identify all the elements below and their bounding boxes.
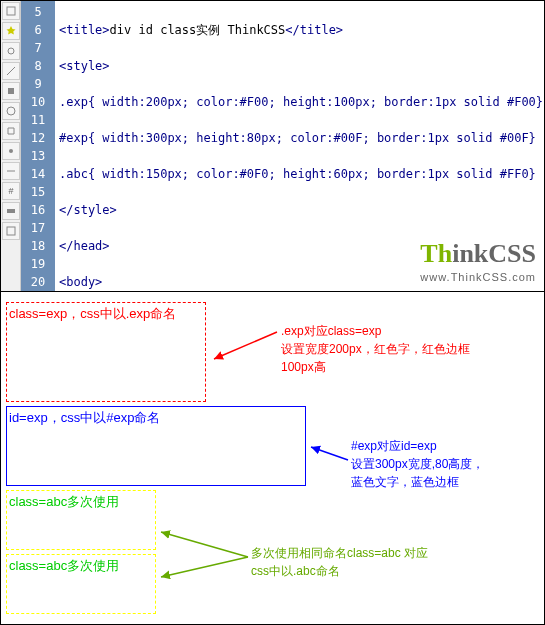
svg-rect-5 xyxy=(7,209,15,213)
arrow-icon xyxy=(306,442,351,472)
tool-icon[interactable] xyxy=(2,142,20,160)
line-number: 13 xyxy=(21,147,55,165)
brand-logo: ThinkCSS www.ThinkCSS.com xyxy=(420,239,536,283)
arrow-icon xyxy=(209,327,279,367)
line-number: 19 xyxy=(21,255,55,273)
line-number: 17 xyxy=(21,219,55,237)
tool-icon[interactable] xyxy=(2,122,20,140)
arrow-icon xyxy=(156,527,251,582)
svg-point-4 xyxy=(9,149,13,153)
gear-icon[interactable] xyxy=(2,42,20,60)
tool-icon[interactable] xyxy=(2,202,20,220)
exp-class-box: class=exp，css中以.exp命名 xyxy=(6,302,206,402)
line-number: 10 xyxy=(21,93,55,111)
line-number: 6 xyxy=(21,21,55,39)
svg-point-3 xyxy=(7,107,15,115)
tool-icon[interactable] xyxy=(2,2,20,20)
svg-line-9 xyxy=(161,557,248,577)
line-number: 12 xyxy=(21,129,55,147)
line-number: 5 xyxy=(21,3,55,21)
svg-line-10 xyxy=(161,532,248,557)
line-number: 16 xyxy=(21,201,55,219)
code-editor-panel: # 5 6 7 8 9 10 11 12 13 14 15 16 17 18 1… xyxy=(1,1,544,292)
preview-panel: class=exp，css中以.exp命名 id=exp，css中以#exp命名… xyxy=(1,292,544,624)
editor-toolbar: # xyxy=(1,1,21,291)
exp-id-box: id=exp，css中以#exp命名 xyxy=(6,406,306,486)
line-number: 9 xyxy=(21,75,55,93)
abc-box-1: class=abc多次使用 xyxy=(6,490,156,550)
tool-icon[interactable] xyxy=(2,62,20,80)
tool-icon[interactable] xyxy=(2,102,20,120)
abc-box-2: class=abc多次使用 xyxy=(6,554,156,614)
line-number: 18 xyxy=(21,237,55,255)
line-number: 15 xyxy=(21,183,55,201)
line-number-gutter: 5 6 7 8 9 10 11 12 13 14 15 16 17 18 19 … xyxy=(21,1,55,291)
annotation-red: .exp对应class=exp 设置宽度200px，红色字，红色边框 100px… xyxy=(281,322,470,376)
tool-icon[interactable] xyxy=(2,222,20,240)
line-number: 14 xyxy=(21,165,55,183)
svg-rect-2 xyxy=(8,88,14,94)
brand-url: www.ThinkCSS.com xyxy=(420,271,536,283)
tool-icon[interactable] xyxy=(2,82,20,100)
line-number: 20 xyxy=(21,273,55,291)
svg-point-1 xyxy=(8,48,14,54)
annotation-blue: #exp对应id=exp 设置300px宽度,80高度， 蓝色文字，蓝色边框 xyxy=(351,437,484,491)
svg-line-8 xyxy=(311,447,348,460)
line-number: 8 xyxy=(21,57,55,75)
svg-line-7 xyxy=(214,332,277,359)
annotation-green: 多次使用相同命名class=abc 对应 css中以.abc命名 xyxy=(251,544,428,580)
tool-icon[interactable]: # xyxy=(2,182,20,200)
svg-rect-0 xyxy=(7,7,15,15)
line-number: 7 xyxy=(21,39,55,57)
svg-rect-6 xyxy=(7,227,15,235)
star-icon[interactable] xyxy=(2,22,20,40)
line-number: 11 xyxy=(21,111,55,129)
tool-icon[interactable] xyxy=(2,162,20,180)
